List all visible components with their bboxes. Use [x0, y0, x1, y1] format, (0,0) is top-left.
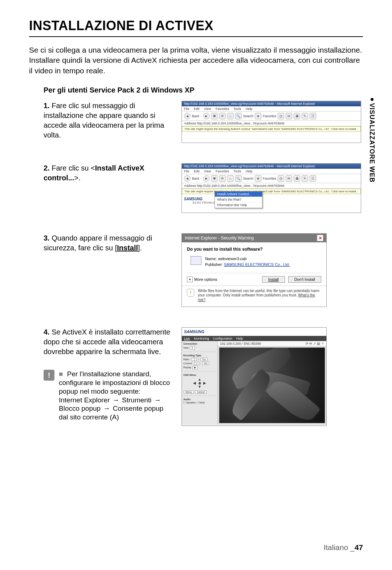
cancel-button[interactable]: Cancel [195, 390, 207, 394]
print-icon[interactable]: 🖶 [294, 113, 300, 119]
live-top-icons[interactable]: ⟳ ✉ ⤢ ▤ ✧ [306, 342, 324, 345]
address-url[interactable]: http://192.168.0.254:10000/live_view...?… [197, 122, 285, 125]
step-2-text: 2. Fare clic su <Install ActiveX control… [29, 163, 174, 183]
osd-down-icon[interactable]: ▼ [197, 385, 202, 389]
menu-view[interactable]: View [204, 107, 211, 111]
search-icon-2[interactable]: 🔍 [235, 175, 242, 182]
edit-icon-2[interactable]: ✎ [302, 175, 308, 182]
ie-titlebar-1: http://192.168.0.254:10000/live_view.cgi… [182, 101, 361, 106]
menu-tools[interactable]: Tools [233, 107, 241, 111]
favorites-label-2[interactable]: Favorites [263, 177, 276, 180]
search-label[interactable]: Search [243, 114, 254, 118]
edit-icon[interactable]: ✎ [302, 113, 308, 119]
ie-infobar-1[interactable]: This site might require the following Ac… [182, 126, 361, 132]
mail-icon[interactable]: ✉ [286, 113, 292, 119]
history-icon-2[interactable]: ◷ [278, 175, 284, 182]
live-ip: 192.168.0.200 / SNC-B5399 [220, 342, 261, 345]
back-icon[interactable]: ◄ [184, 113, 191, 119]
ie-titlebar-2: http://192.168.0.254:10000/live_view.cgi… [182, 164, 361, 169]
menu-button[interactable]: Menu [184, 390, 194, 394]
note-line1: Per l'installazione standard, configurar… [59, 370, 170, 395]
cur-go-button[interactable]: Go [202, 362, 209, 365]
dont-install-button[interactable]: Don't Install [288, 276, 321, 283]
menu-tools-2[interactable]: Tools [233, 169, 241, 173]
stop-icon-2[interactable]: ✖ [211, 175, 218, 182]
fwd-icon[interactable]: ► [203, 113, 210, 119]
tab-live[interactable]: Live [184, 337, 190, 340]
menu-view-2[interactable]: View [204, 169, 211, 173]
arrow-icon-1: → [113, 396, 119, 404]
current-select[interactable]: 1 [194, 362, 199, 365]
menu-fav[interactable]: Favorites [216, 107, 229, 111]
search-icon[interactable]: 🔍 [235, 113, 242, 119]
ctx-install[interactable]: Install ActiveX Control... [215, 192, 262, 197]
figure-3: Internet Explorer - Security Warning ✕ D… [181, 233, 327, 307]
note: ! ■ Per l'installazione standard, config… [44, 370, 174, 422]
fwd-icon-2[interactable]: ► [203, 175, 210, 182]
publisher-link[interactable]: SAMSUNG ELECTRONICS Co., Ltd. [224, 262, 290, 267]
osd-right-icon[interactable]: ▶ [202, 381, 207, 385]
arrow-icon-3: → [103, 405, 110, 412]
step-3-post: ]. [138, 244, 142, 252]
side-tab: VISUALIZZATORE WEB [368, 98, 376, 183]
ratio-select[interactable]: 1 [192, 358, 197, 361]
discuss-icon-2[interactable]: ☷ [310, 175, 316, 182]
favorites-icon-2[interactable]: ★ [255, 175, 261, 182]
address-url-2[interactable]: http://192.168.0.254:10000/live_view...?… [197, 184, 285, 188]
replay-button[interactable]: ▶ [192, 366, 198, 369]
back-label[interactable]: Back [192, 114, 199, 118]
menu-file-2[interactable]: File [184, 169, 189, 173]
step-2-post: >. [74, 174, 80, 182]
address-label-2: Address [184, 184, 196, 188]
bullet-icon [371, 98, 373, 101]
mail-icon-2[interactable]: ✉ [286, 175, 292, 182]
camera-image [219, 348, 325, 423]
discuss-icon[interactable]: ☷ [310, 113, 316, 119]
step-1-text: 1. Fare clic sul messaggio di installazi… [29, 101, 174, 140]
speaker-label[interactable]: Speaker [186, 401, 196, 404]
stop-icon[interactable]: ✖ [211, 113, 218, 119]
tab-monitor[interactable]: Monitoring [194, 337, 209, 340]
menu-help[interactable]: Help [246, 107, 253, 111]
favorites-icon[interactable]: ★ [255, 113, 261, 119]
back-icon-2[interactable]: ◄ [184, 175, 191, 182]
side-conn-title: Connection [183, 343, 216, 345]
title-rule [29, 36, 363, 37]
home-icon[interactable]: ⌂ [227, 113, 234, 119]
page-title: INSTALLAZIONE DI ACTIVEX [29, 18, 363, 33]
chevron-down-icon[interactable]: ▾ [187, 276, 193, 282]
ie-infobar-2[interactable]: This site might require the following Ac… [182, 189, 361, 194]
menu-edit-2[interactable]: Edit [194, 169, 200, 173]
security-question: Do you want to install this software? [187, 247, 321, 252]
menu-help-2[interactable]: Help [246, 169, 253, 173]
tab-help[interactable]: Help [236, 337, 243, 340]
refresh-icon-2[interactable]: ⟳ [219, 175, 226, 182]
context-menu: Install ActiveX Control... What's the Ri… [215, 191, 262, 208]
mute-label[interactable]: Mute [199, 401, 205, 404]
ctx-infobar[interactable]: Information Bar Help [215, 202, 262, 208]
favorites-label[interactable]: Favorites [263, 114, 276, 118]
view-select[interactable]: ▾ [190, 346, 195, 350]
search-label-2[interactable]: Search [243, 177, 254, 180]
ctx-risk[interactable]: What's the Risk? [215, 197, 262, 202]
ie-address-1: Address http://192.168.0.254:10000/live_… [182, 121, 361, 126]
menu-file[interactable]: File [184, 107, 189, 111]
side-current: Current [183, 362, 192, 365]
more-options[interactable]: ▾ More options [187, 276, 217, 282]
osd-left-icon[interactable]: ◀ [192, 381, 197, 385]
go-button[interactable]: Go [200, 358, 207, 361]
home-icon-2[interactable]: ⌂ [227, 175, 234, 182]
address-label: Address [184, 122, 196, 125]
menu-edit[interactable]: Edit [194, 107, 200, 111]
install-button[interactable]: Install [262, 276, 285, 283]
close-icon[interactable]: ✕ [317, 235, 323, 241]
note-path-1: Internet Explorer [59, 396, 110, 404]
refresh-icon[interactable]: ⟳ [219, 113, 226, 119]
back-label-2[interactable]: Back [192, 177, 199, 180]
menu-fav-2[interactable]: Favorites [216, 169, 229, 173]
history-icon[interactable]: ◷ [278, 113, 284, 119]
print-icon-2[interactable]: 🖶 [294, 175, 300, 182]
security-title-text: Internet Explorer - Security Warning [185, 235, 254, 241]
tab-config[interactable]: Configuration [213, 337, 233, 340]
shield-icon: ! [187, 289, 194, 297]
